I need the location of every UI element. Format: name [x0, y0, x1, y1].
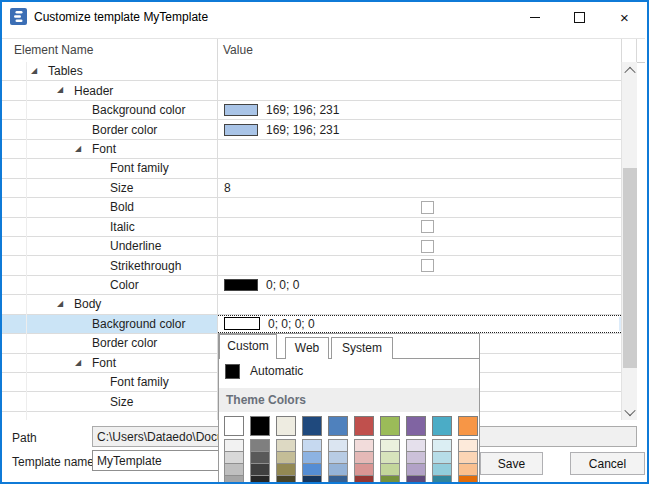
table-row[interactable]: Background color0; 0; 0; 0: [2, 315, 637, 334]
expander-icon[interactable]: ◢: [31, 66, 37, 75]
table-row[interactable]: ◢Font: [2, 140, 637, 159]
theme-color-swatch[interactable]: [406, 416, 426, 436]
value-cell[interactable]: [217, 256, 637, 274]
maximize-button[interactable]: [557, 2, 602, 32]
element-name-cell[interactable]: Bold: [2, 198, 217, 216]
expander-icon[interactable]: ◢: [57, 85, 63, 94]
value-cell[interactable]: 169; 196; 231: [217, 101, 637, 119]
element-name-cell[interactable]: Background color: [2, 101, 217, 119]
titlebar: Customize template MyTemplate ×: [2, 2, 647, 32]
variant-color-swatch[interactable]: [354, 475, 374, 484]
tab-system[interactable]: System: [331, 337, 393, 359]
variant-color-swatch[interactable]: [458, 475, 478, 484]
variant-color-swatch[interactable]: [250, 475, 270, 484]
theme-color-swatch[interactable]: [458, 416, 478, 436]
expander-icon[interactable]: ◢: [75, 358, 81, 367]
theme-color-swatch[interactable]: [380, 416, 400, 436]
value-cell[interactable]: [217, 62, 637, 80]
table-row[interactable]: Size8: [2, 179, 637, 198]
scroll-down-button[interactable]: [622, 403, 637, 420]
theme-color-swatch[interactable]: [224, 416, 244, 436]
checkbox[interactable]: [421, 240, 434, 253]
variant-color-swatch[interactable]: [432, 475, 452, 484]
value-cell[interactable]: [217, 218, 637, 236]
element-name-cell[interactable]: Background color: [2, 315, 217, 333]
variant-color-swatch[interactable]: [276, 475, 296, 484]
value-cell[interactable]: [217, 81, 637, 99]
element-name-cell[interactable]: Size: [2, 392, 217, 410]
vertical-scrollbar[interactable]: [621, 62, 637, 420]
close-button[interactable]: ×: [602, 2, 647, 32]
element-name-cell[interactable]: ◢Font: [2, 354, 217, 372]
element-name-cell[interactable]: Color: [2, 276, 217, 294]
save-button[interactable]: Save: [480, 452, 543, 475]
variant-color-swatch[interactable]: [224, 475, 244, 484]
variant-color-swatch[interactable]: [328, 475, 348, 484]
table-row[interactable]: Bold: [2, 198, 637, 217]
table-row[interactable]: Border color169; 196; 231: [2, 120, 637, 139]
element-name-cell[interactable]: Font family: [2, 373, 217, 391]
table-row[interactable]: Color0; 0; 0: [2, 276, 637, 295]
variant-color-swatch[interactable]: [302, 475, 322, 484]
value-cell[interactable]: [217, 295, 637, 313]
theme-color-swatch[interactable]: [276, 416, 296, 436]
maximize-icon: [574, 12, 585, 23]
checkbox[interactable]: [421, 220, 434, 233]
variant-color-swatch[interactable]: [380, 475, 400, 484]
checkbox[interactable]: [421, 201, 434, 214]
element-name-cell[interactable]: Border color: [2, 120, 217, 138]
element-name-cell[interactable]: Strikethrough: [2, 256, 217, 274]
theme-color-swatch[interactable]: [302, 416, 322, 436]
element-name-cell[interactable]: ◢Body: [2, 295, 217, 313]
value-cell[interactable]: 0; 0; 0; 0: [217, 315, 637, 333]
theme-color-swatch[interactable]: [328, 416, 348, 436]
element-name-cell[interactable]: Font family: [2, 159, 217, 177]
scroll-up-button[interactable]: [622, 62, 637, 79]
automatic-label: Automatic: [250, 364, 303, 378]
theme-color-swatch[interactable]: [432, 416, 452, 436]
value-cell[interactable]: 169; 196; 231: [217, 120, 637, 138]
color-value-text: 0; 0; 0: [266, 278, 299, 292]
expander-icon[interactable]: ◢: [75, 144, 81, 153]
value-text: 8: [224, 181, 231, 195]
table-row[interactable]: Strikethrough: [2, 256, 637, 275]
variant-column: [380, 439, 400, 484]
element-name-cell[interactable]: ◢Header: [2, 81, 217, 99]
table-row[interactable]: ◢Body: [2, 295, 637, 314]
minimize-button[interactable]: [512, 2, 557, 32]
element-name-cell[interactable]: ◢Tables: [2, 62, 217, 80]
cancel-button[interactable]: Cancel: [570, 452, 645, 475]
table-row[interactable]: Underline: [2, 237, 637, 256]
table-row[interactable]: ◢Header: [2, 81, 637, 100]
table-row[interactable]: Italic: [2, 218, 637, 237]
element-name-cell[interactable]: Border color: [2, 334, 217, 352]
customize-template-dialog: Customize template MyTemplate × Element …: [0, 0, 649, 484]
value-cell[interactable]: 0; 0; 0: [217, 276, 637, 294]
theme-color-swatch[interactable]: [354, 416, 374, 436]
color-value-editor[interactable]: 0; 0; 0; 0: [217, 315, 637, 333]
value-cell[interactable]: [217, 237, 637, 255]
table-row[interactable]: ◢Tables: [2, 62, 637, 81]
automatic-color-option[interactable]: Automatic: [225, 362, 303, 380]
color-swatch: [224, 124, 258, 136]
value-cell[interactable]: [217, 159, 637, 177]
value-cell[interactable]: [217, 198, 637, 216]
scrollbar-thumb[interactable]: [623, 168, 637, 368]
variant-column: [224, 439, 244, 484]
value-cell[interactable]: 8: [217, 179, 637, 197]
theme-color-swatch[interactable]: [250, 416, 270, 436]
tree-indent-line: [26, 62, 27, 420]
tab-custom[interactable]: Custom: [219, 334, 277, 359]
expander-icon[interactable]: ◢: [57, 299, 63, 308]
variant-color-swatch[interactable]: [406, 475, 426, 484]
variant-column: [250, 439, 270, 484]
table-row[interactable]: Background color169; 196; 231: [2, 101, 637, 120]
checkbox[interactable]: [421, 259, 434, 272]
value-cell[interactable]: [217, 140, 637, 158]
table-row[interactable]: Font family: [2, 159, 637, 178]
element-name-cell[interactable]: Size: [2, 179, 217, 197]
element-name-cell[interactable]: ◢Font: [2, 140, 217, 158]
element-name-cell[interactable]: Underline: [2, 237, 217, 255]
tab-web[interactable]: Web: [285, 337, 329, 359]
element-name-cell[interactable]: Italic: [2, 218, 217, 236]
